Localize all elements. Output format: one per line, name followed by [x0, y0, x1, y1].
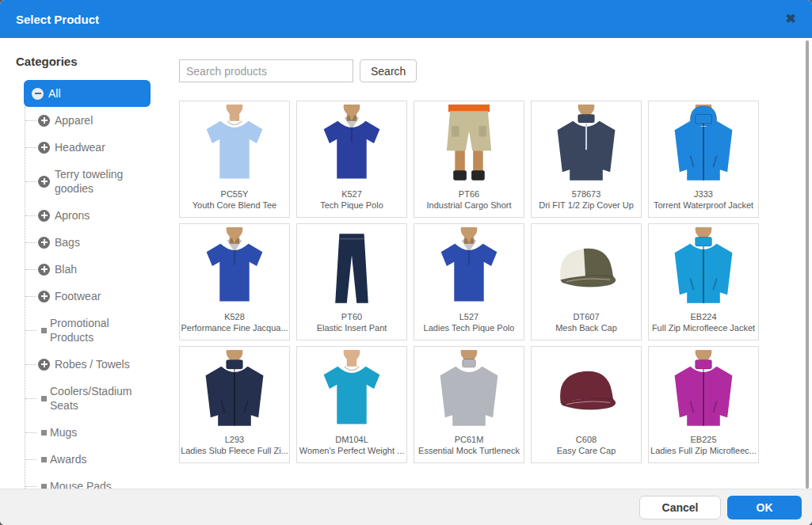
ok-button[interactable]: OK: [727, 496, 802, 519]
modal-footer: Cancel OK: [0, 489, 812, 525]
product-code: L293: [225, 434, 244, 445]
category-item[interactable]: Terry toweling goodies: [25, 161, 174, 202]
category-item[interactable]: Apparel: [25, 107, 174, 134]
product-card[interactable]: K527 Tech Pique Polo: [296, 101, 407, 218]
product-card[interactable]: PC61M Essential Mock Turtleneck: [414, 346, 524, 463]
product-image: [297, 224, 406, 311]
category-tree: Apparel Headwear Terry toweling goodies …: [25, 107, 174, 489]
category-item[interactable]: Blah: [25, 256, 174, 283]
square-bullet-icon: [41, 328, 47, 333]
category-item[interactable]: Mouse Pads: [25, 473, 174, 489]
product-image: [414, 101, 524, 188]
product-code: PT60: [341, 311, 362, 322]
modal-title: Select Product: [16, 13, 99, 26]
product-card[interactable]: PC55Y Youth Core Blend Tee: [179, 101, 290, 218]
category-item[interactable]: All: [24, 80, 151, 107]
product-name: Performance Fine Jacqua...: [181, 322, 288, 333]
product-card[interactable]: 578673 Dri FIT 1/2 Zip Cover Up: [531, 101, 642, 218]
product-name: Easy Care Cap: [557, 445, 616, 456]
product-image: [532, 347, 641, 434]
product-code: J333: [694, 188, 713, 200]
product-card[interactable]: PT66 Industrial Cargo Short: [414, 101, 524, 218]
category-list-root: All: [16, 80, 174, 107]
product-name: Essential Mock Turtleneck: [418, 445, 520, 456]
product-image: [297, 347, 406, 434]
square-bullet-icon: [41, 430, 47, 436]
product-card[interactable]: EB225 Ladies Full Zip Microfleec...: [648, 346, 759, 463]
category-item[interactable]: Robes / Towels: [25, 351, 174, 378]
product-image: [649, 101, 758, 188]
product-image: [649, 347, 758, 434]
square-bullet-icon: [41, 396, 47, 401]
product-code: L527: [459, 311, 478, 322]
product-name: Full Zip Microfleece Jacket: [652, 322, 755, 333]
category-item[interactable]: Aprons: [25, 202, 174, 229]
search-input[interactable]: [179, 59, 353, 82]
product-image: [180, 224, 289, 311]
product-code: PC61M: [455, 434, 484, 445]
square-bullet-icon: [41, 457, 47, 462]
product-image: [649, 224, 758, 311]
product-name: Ladies Full Zip Microfleec...: [650, 445, 757, 456]
product-card[interactable]: PT60 Elastic Insert Pant: [296, 223, 407, 340]
product-card[interactable]: EB224 Full Zip Microfleece Jacket: [648, 223, 759, 340]
category-item[interactable]: Bags: [25, 229, 174, 256]
product-code: PT66: [459, 188, 479, 200]
search-bar: Search: [179, 59, 417, 82]
product-name: Ladies Slub Fleece Full Zi...: [181, 445, 288, 456]
product-name: Ladies Tech Pique Polo: [424, 322, 515, 333]
product-image: [414, 224, 524, 311]
product-name: Elastic Insert Pant: [317, 322, 387, 333]
product-grid: PC55Y Youth Core Blend Tee K527 Tech Piq…: [179, 101, 765, 463]
category-item[interactable]: Coolers/Stadium Seats: [25, 378, 174, 419]
cancel-button[interactable]: Cancel: [639, 496, 721, 519]
select-product-modal: Select Product ✖ Categories All Apparel …: [0, 0, 812, 525]
product-code: PC55Y: [221, 188, 249, 200]
product-code: EB224: [690, 311, 716, 322]
close-icon[interactable]: ✖: [786, 13, 796, 25]
search-button[interactable]: Search: [360, 59, 417, 82]
product-code: C608: [576, 434, 597, 445]
plus-circle-icon: [38, 237, 50, 249]
product-card[interactable]: DM104L Women's Perfect Weight ...: [296, 346, 407, 463]
product-name: Youth Core Blend Tee: [193, 200, 276, 211]
product-code: EB225: [690, 434, 716, 445]
product-card[interactable]: L293 Ladies Slub Fleece Full Zi...: [179, 346, 290, 463]
plus-circle-icon: [38, 142, 50, 154]
product-image: [532, 101, 641, 188]
category-item[interactable]: Awards: [25, 446, 174, 473]
category-item[interactable]: Footwear: [25, 283, 174, 310]
plus-circle-icon: [38, 176, 50, 188]
category-item[interactable]: Mugs: [25, 419, 174, 446]
product-name: Women's Perfect Weight ...: [299, 445, 405, 456]
plus-circle-icon: [38, 291, 50, 302]
modal-header: Select Product ✖: [0, 0, 812, 38]
category-item[interactable]: Headwear: [25, 134, 174, 161]
product-image: [414, 347, 524, 434]
product-image: [180, 101, 289, 188]
vertical-scrollbar[interactable]: [806, 40, 809, 489]
product-name: Dri FIT 1/2 Zip Cover Up: [539, 200, 634, 211]
categories-sidebar: Categories All Apparel Headwear Terry to…: [16, 49, 174, 489]
plus-circle-icon: [38, 210, 50, 222]
product-code: DM104L: [335, 434, 368, 445]
product-image: [297, 101, 406, 188]
product-name: Mesh Back Cap: [555, 322, 617, 333]
product-card[interactable]: DT607 Mesh Back Cap: [531, 223, 642, 340]
plus-circle-icon: [38, 115, 50, 127]
plus-circle-icon: [38, 359, 50, 371]
product-card[interactable]: C608 Easy Care Cap: [531, 346, 642, 463]
product-card[interactable]: J333 Torrent Waterproof Jacket: [648, 101, 759, 218]
product-name: Industrial Cargo Short: [427, 200, 512, 211]
product-code: DT607: [573, 311, 599, 322]
product-browser: Search PC55Y Youth Core Blend Tee K527 T…: [179, 49, 806, 489]
product-name: Torrent Waterproof Jacket: [654, 200, 753, 211]
product-image: [180, 347, 289, 434]
product-card[interactable]: L527 Ladies Tech Pique Polo: [414, 223, 524, 340]
plus-circle-icon: [38, 264, 50, 276]
category-item[interactable]: Promotional Products: [25, 310, 174, 351]
product-card[interactable]: K528 Performance Fine Jacqua...: [179, 223, 290, 340]
product-image: [532, 224, 641, 311]
product-code: K527: [341, 188, 362, 200]
minus-circle-icon: [32, 88, 44, 100]
